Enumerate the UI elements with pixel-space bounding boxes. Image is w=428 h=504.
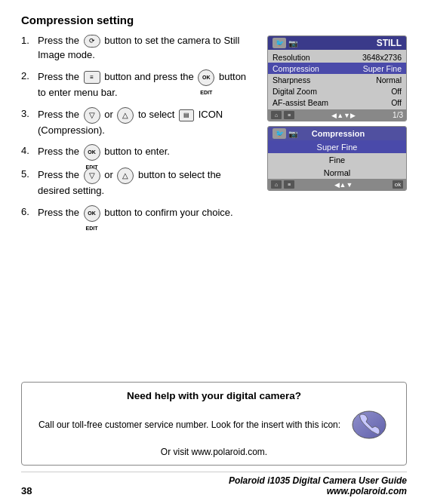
comp-footer-left-icons: ⌂ ≡ [271,180,294,189]
help-body-text: Call our toll-free customer service numb… [38,419,340,430]
help-body-row: Call our toll-free customer service numb… [35,407,393,443]
phone-icon [348,407,390,443]
up-nav-icon: △ [117,107,134,124]
step-5: 5. Press the ▽ or △ button to select the… [21,167,256,198]
step-4: 4. Press the OKEDIT button to enter. [21,144,256,161]
compression-panel: 🐦 📷 Compression Super Fine Fine Normal [267,126,407,191]
step-2: 2. Press the ≡ button and press the OKED… [21,69,256,100]
comp-nav-arrows: ◀▲▼ [334,181,353,189]
panels-column: 🐦 📷 STILL Resolution 3648x2736 Compressi… [267,34,407,370]
down-nav-icon-5: ▽ [84,167,100,184]
page-footer: 38 Polaroid i1035 Digital Camera User Gu… [21,472,407,496]
ok-edit-icon-6: OKEDIT [84,205,100,222]
still-panel: 🐦 📷 STILL Resolution 3648x2736 Compressi… [267,35,407,121]
still-panel-footer: ⌂ ≡ ◀▲▼▶ 1/3 [268,109,406,121]
comp-ok-icon: ok [393,180,403,189]
compression-panel-body: Super Fine Fine Normal [268,140,406,179]
step-5-num: 5. [21,167,38,182]
compression-panel-footer: ⌂ ≡ ◀▲▼ ok [268,179,406,190]
sharpness-label: Sharpness [273,75,310,85]
still-mode-icon-2: 📷 [288,130,297,138]
still-panel-header-icons: 🐦 📷 [273,38,297,48]
step-4-text: Press the OKEDIT button to enter. [38,144,170,161]
step-1: 1. Press the ⟳ button to set the camera … [21,34,256,63]
step-2-num: 2. [21,69,38,84]
af-assist-value: Off [391,98,402,107]
footer-page-number: 38 [21,485,32,496]
comp-option-normal: Normal [268,166,406,179]
resolution-value: 3648x2736 [362,53,402,62]
step-6-num: 6. [21,205,38,220]
help-box: Need help with your digital camera? Call… [21,382,407,466]
menu-icon: ≡ [84,71,100,84]
ok-edit-icon-2: OKEDIT [198,69,214,86]
list-icon-2: ≡ [284,180,294,189]
sharpness-value: Normal [376,75,402,85]
still-panel-page: 1/3 [393,111,403,119]
footer-brand: Polaroid i1035 Digital Camera User Guide… [229,475,407,496]
comp-header-icons: 🐦 📷 [273,128,297,139]
nav-arrows-icon: ◀▲▼▶ [331,112,356,119]
up-nav-icon-5: △ [117,167,134,184]
compression-label: Compression [273,64,319,73]
steps-column: 1. Press the ⟳ button to set the camera … [21,34,260,370]
comp-option-fine: Fine [268,153,406,166]
still-row-digital-zoom: Digital Zoom Off [268,85,406,97]
still-panel-body: Resolution 3648x2736 Compression Super F… [268,50,406,109]
comp-option-superfine: Super Fine [268,140,406,153]
mode-icon: ⟳ [84,35,100,48]
page-title: Compression setting [21,14,407,26]
step-3: 3. Press the ▽ or △ to select ▤ ICON (Co… [21,107,256,138]
step-5-text: Press the ▽ or △ button to select the de… [38,167,256,198]
still-panel-header: 🐦 📷 STILL [268,36,406,50]
step-2-text: Press the ≡ button and press the OKEDIT … [38,69,256,100]
still-row-af-assist: AF-assist Beam Off [268,97,406,108]
af-assist-label: AF-assist Beam [273,98,328,107]
down-nav-icon: ▽ [84,107,100,124]
compression-panel-header: 🐦 📷 Compression [268,127,406,140]
bird-icon: 🐦 [273,38,286,48]
still-mode-icon: 📷 [288,39,297,48]
step-3-num: 3. [21,107,38,121]
help-title: Need help with your digital camera? [127,390,301,401]
digital-zoom-label: Digital Zoom [273,87,317,96]
still-row-sharpness: Sharpness Normal [268,74,406,85]
compression-panel-title: Compression [312,129,365,138]
still-panel-title: STILL [377,38,402,48]
help-website: Or visit www.polaroid.com. [161,447,267,457]
footer-brand-line1: Polaroid i1035 Digital Camera User Guide [229,475,407,486]
step-1-num: 1. [21,34,38,48]
home-icon-2: ⌂ [271,180,282,189]
resolution-label: Resolution [273,53,310,62]
still-row-compression: Compression Super Fine [268,63,406,74]
step-4-num: 4. [21,144,38,158]
content-area: 1. Press the ⟳ button to set the camera … [21,34,407,370]
compression-icon: ▤ [179,109,194,121]
step-6-text: Press the OKEDIT button to confirm your … [38,205,233,222]
page-container: Compression setting 1. Press the ⟳ butto… [0,0,428,504]
step-1-text: Press the ⟳ button to set the camera to … [38,34,256,63]
step-3-text: Press the ▽ or △ to select ▤ ICON (Compr… [38,107,256,138]
home-icon: ⌂ [271,111,282,119]
still-footer-left-icons: ⌂ ≡ [271,111,294,119]
list-icon: ≡ [284,111,294,119]
still-row-resolution: Resolution 3648x2736 [268,51,406,63]
bird-icon-2: 🐦 [273,128,286,139]
step-6: 6. Press the OKEDIT button to confirm yo… [21,205,256,222]
digital-zoom-value: Off [391,87,402,96]
footer-brand-line2: www.polaroid.com [229,486,407,496]
compression-value: Super Fine [363,64,402,73]
ok-edit-icon-4: OKEDIT [84,144,100,161]
